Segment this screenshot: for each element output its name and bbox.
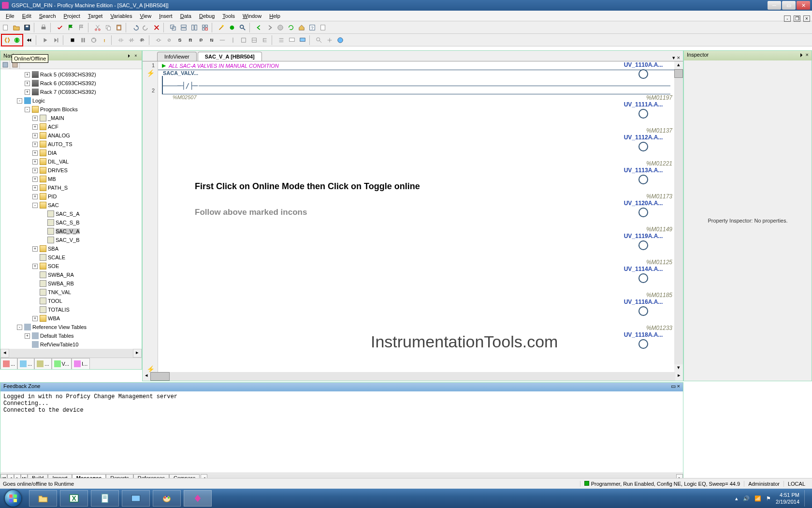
- expander-icon[interactable]: +: [32, 168, 38, 173]
- rung-button[interactable]: [276, 35, 286, 45]
- expander-icon[interactable]: -: [17, 98, 22, 104]
- tray-clock[interactable]: 4:51 PM 2/19/2014: [776, 492, 799, 505]
- tree-item-soe[interactable]: +SOE: [1, 262, 141, 270]
- expander-icon[interactable]: -: [17, 325, 22, 330]
- tree-item-sac-v-b[interactable]: SAC_V_B: [1, 236, 141, 244]
- coil-button[interactable]: [154, 35, 163, 45]
- nav-bottom-tab-0[interactable]: ...: [0, 358, 17, 369]
- home-button[interactable]: [297, 23, 306, 32]
- editor-tab-dropdown-icon[interactable]: ▾: [672, 55, 675, 61]
- tools-button[interactable]: [227, 23, 237, 32]
- coil-7[interactable]: %M01185UV_1116A.A...: [609, 292, 677, 325]
- tree-item-auto-ts[interactable]: +AUTO_TS: [1, 140, 141, 149]
- win-cascade-button[interactable]: [168, 23, 178, 32]
- coil-p-button[interactable]: P: [196, 35, 206, 45]
- navigator-tree[interactable]: +Rack 5 (IC693CHS392)+Rack 6 (IC693CHS39…: [0, 69, 142, 349]
- tree-item-acf[interactable]: +ACF: [1, 122, 141, 131]
- expander-icon[interactable]: +: [25, 333, 30, 339]
- start-button[interactable]: [0, 489, 26, 508]
- win-grid-button[interactable]: [200, 23, 210, 32]
- xref-button[interactable]: [325, 35, 334, 45]
- expander-icon[interactable]: +: [25, 72, 30, 77]
- scroll-left-icon[interactable]: ◂: [143, 372, 150, 381]
- info-button[interactable]: !: [100, 35, 109, 45]
- task-excel[interactable]: X: [60, 490, 88, 507]
- nav-bottom-tab-4[interactable]: I...: [72, 358, 90, 369]
- delete-button[interactable]: [152, 23, 161, 32]
- expander-icon[interactable]: +: [32, 142, 38, 147]
- editor-vscrollbar[interactable]: ▴ ▾: [674, 61, 683, 372]
- coil-4[interactable]: %M01173UV_1120A.A...: [609, 193, 677, 226]
- global-button[interactable]: [335, 35, 345, 45]
- menu-view[interactable]: View: [136, 12, 155, 20]
- mdi-minimize[interactable]: -: [784, 15, 791, 22]
- nav-bottom-tab-3[interactable]: V...: [52, 358, 72, 369]
- stop-nav-button[interactable]: [276, 23, 285, 32]
- play-button[interactable]: [41, 35, 50, 45]
- tree-item-swba-rb[interactable]: SWBA_RB: [1, 279, 141, 288]
- navigator-hscroll[interactable]: ◂ ▸: [0, 349, 142, 358]
- menu-insert[interactable]: Insert: [155, 12, 176, 20]
- tree-item--main[interactable]: +_MAIN: [1, 114, 141, 122]
- minimize-button[interactable]: ─: [768, 1, 781, 10]
- tree-item-sba[interactable]: +SBA: [1, 244, 141, 253]
- tree-item-default-tables[interactable]: +Default Tables: [1, 331, 141, 340]
- expander-icon[interactable]: +: [32, 177, 38, 182]
- expander-icon[interactable]: +: [32, 116, 38, 121]
- print-button[interactable]: [39, 23, 48, 32]
- menu-help[interactable]: Help: [265, 12, 284, 20]
- coil-1[interactable]: %M01197UV_1111A.A...: [609, 94, 677, 127]
- editor-tab-0[interactable]: InfoViewer: [157, 52, 197, 61]
- coil-2[interactable]: %M01137UV_1112A.A...: [609, 127, 677, 160]
- label-button[interactable]: [298, 35, 307, 45]
- paste-button[interactable]: [114, 23, 124, 32]
- expander-icon[interactable]: +: [32, 185, 38, 191]
- tray-flag-icon[interactable]: ⚑: [766, 495, 771, 502]
- wizard-button[interactable]: [217, 23, 226, 32]
- tree-item-sac-s-b[interactable]: SAC_S_B: [1, 218, 141, 227]
- rewind-button[interactable]: [24, 35, 34, 45]
- expander-icon[interactable]: +: [32, 246, 38, 252]
- task-explorer[interactable]: [29, 490, 57, 507]
- scroll-down-icon[interactable]: ▾: [674, 364, 683, 372]
- flag-button[interactable]: [66, 23, 75, 32]
- nav-bottom-tab-2[interactable]: ...: [34, 358, 51, 369]
- pause-button[interactable]: [78, 35, 88, 45]
- win-tile-h-button[interactable]: [179, 23, 188, 32]
- tree-item-rack-7-ic693chs392-[interactable]: +Rack 7 (IC693CHS392): [1, 88, 141, 96]
- tree-item-totalis[interactable]: TOTALIS: [1, 305, 141, 314]
- menu-variables[interactable]: Variables: [106, 12, 136, 20]
- expander-icon[interactable]: +: [32, 150, 38, 156]
- tree-item-logic[interactable]: -Logic: [1, 96, 141, 105]
- stop-button[interactable]: [68, 35, 77, 45]
- tree-item-tnk-val[interactable]: TNK_VAL: [1, 288, 141, 297]
- tray-show-hidden-icon[interactable]: ▴: [735, 495, 738, 502]
- tree-item-swba-ra[interactable]: SWBA_RA: [1, 270, 141, 279]
- expander-icon[interactable]: +: [32, 133, 38, 138]
- flag2-button[interactable]: [76, 23, 86, 32]
- tree-item-mb[interactable]: +MB: [1, 175, 141, 183]
- redo-button[interactable]: [141, 23, 151, 32]
- coil-5[interactable]: %M01149UV_1119A.A...: [609, 226, 677, 259]
- expander-icon[interactable]: -: [25, 107, 30, 112]
- tree-item-dil-val[interactable]: +DIL_VAL: [1, 157, 141, 166]
- task-app[interactable]: [122, 490, 150, 507]
- contact-element[interactable]: ─┤/├─: [177, 82, 198, 90]
- undo-button[interactable]: [130, 23, 140, 32]
- p-contact-button[interactable]: P: [137, 35, 147, 45]
- mdi-restore[interactable]: ❐: [794, 15, 800, 22]
- nav-tab-1[interactable]: [0, 60, 10, 69]
- refresh-button[interactable]: [286, 23, 296, 32]
- menu-target[interactable]: Target: [84, 12, 107, 20]
- navigator-pin-icon[interactable]: ⏵: [126, 53, 132, 59]
- inspector-pin-icon[interactable]: ⏵: [799, 52, 804, 58]
- editor-hscrollbar[interactable]: ◂ ▸: [143, 372, 683, 381]
- expander-icon[interactable]: -: [32, 203, 38, 208]
- feedback-close-icon[interactable]: ×: [677, 383, 680, 389]
- check-button[interactable]: [55, 23, 65, 32]
- find-button[interactable]: [238, 23, 247, 32]
- tree-item-refviewtable10[interactable]: RefViewTable10: [1, 340, 141, 349]
- win-tile-v-button[interactable]: [189, 23, 199, 32]
- menu-data[interactable]: Data: [176, 12, 195, 20]
- vwire-button[interactable]: [228, 35, 238, 45]
